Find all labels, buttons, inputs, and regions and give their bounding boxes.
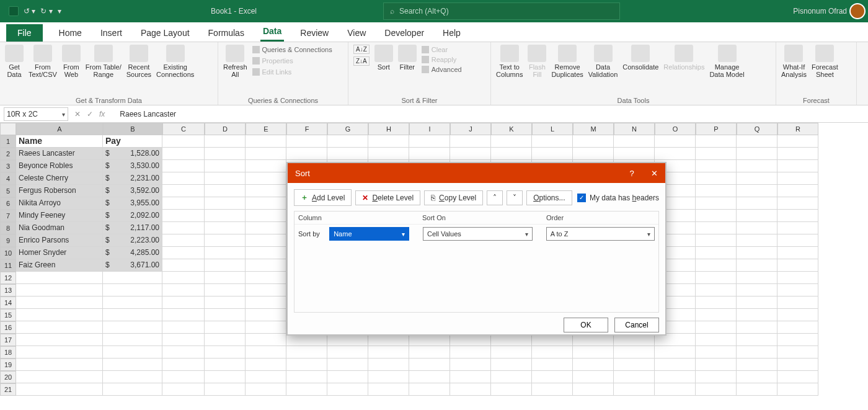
col-header-B[interactable]: B [103, 123, 162, 135]
cell[interactable]: Homer Snyder [16, 247, 103, 259]
cell[interactable] [737, 197, 777, 210]
cell[interactable] [655, 346, 696, 359]
cell[interactable] [246, 210, 286, 222]
cell[interactable] [737, 172, 777, 185]
cell[interactable] [491, 346, 532, 359]
cell[interactable] [16, 309, 103, 321]
my-data-has-headers-checkbox[interactable]: ✓ My data has headers [577, 194, 659, 202]
cell[interactable] [205, 359, 246, 371]
cell[interactable] [777, 172, 818, 185]
cell[interactable] [246, 309, 286, 321]
cell[interactable] [614, 359, 655, 371]
tab-file[interactable]: File [6, 24, 43, 42]
cell[interactable]: $3,530.00 [103, 160, 162, 172]
cell[interactable] [162, 234, 205, 247]
col-header-M[interactable]: M [573, 123, 614, 135]
cell[interactable] [162, 284, 205, 296]
cell[interactable] [450, 135, 491, 148]
cell[interactable] [737, 135, 777, 148]
cell[interactable] [696, 371, 737, 383]
cell[interactable]: Pay [103, 135, 162, 148]
cell[interactable] [696, 148, 737, 160]
cell[interactable]: Nikita Arroyo [16, 197, 103, 210]
cell[interactable] [368, 383, 409, 396]
cell[interactable]: $1,528.00 [103, 148, 162, 160]
redo-icon[interactable]: ↻ ▾ [40, 7, 52, 16]
text-to-button[interactable]: Text to Columns [496, 45, 523, 78]
cell[interactable] [409, 346, 450, 359]
cell[interactable] [205, 222, 246, 234]
cell[interactable] [777, 371, 818, 383]
cell[interactable] [286, 346, 327, 359]
cell[interactable] [368, 148, 409, 160]
cell[interactable] [532, 148, 573, 160]
cell[interactable] [696, 334, 737, 346]
col-header-P[interactable]: P [696, 123, 737, 135]
cell[interactable] [162, 272, 205, 284]
cell[interactable] [696, 172, 737, 185]
tab-developer[interactable]: Developer [382, 24, 427, 42]
cell[interactable] [777, 272, 818, 284]
cell[interactable] [737, 234, 777, 247]
cell[interactable] [205, 259, 246, 272]
cell[interactable] [491, 371, 532, 383]
cell[interactable] [696, 383, 737, 396]
row-header[interactable]: 7 [0, 210, 16, 222]
recent-button[interactable]: Recent Sources [126, 45, 151, 78]
cell[interactable] [737, 346, 777, 359]
col-header-A[interactable]: A [16, 123, 103, 135]
cell[interactable] [205, 272, 246, 284]
cell[interactable] [286, 371, 327, 383]
get-button[interactable]: Get Data [5, 45, 24, 78]
cell[interactable] [696, 272, 737, 284]
col-header-G[interactable]: G [327, 123, 368, 135]
cell[interactable]: $2,092.00 [103, 210, 162, 222]
cell[interactable] [327, 359, 368, 371]
cell[interactable] [737, 148, 777, 160]
cancel-formula-icon[interactable]: ✕ [74, 110, 81, 118]
cell[interactable] [573, 371, 614, 383]
sort-za-icon[interactable]: Z↓A [353, 56, 370, 66]
cell[interactable] [450, 371, 491, 383]
cell[interactable] [162, 309, 205, 321]
col-header-E[interactable]: E [246, 123, 286, 135]
tab-data[interactable]: Data [260, 22, 284, 42]
row-header[interactable]: 14 [0, 296, 16, 309]
cell[interactable] [409, 359, 450, 371]
sort-order-dropdown[interactable]: A to Z [546, 227, 655, 241]
cell[interactable] [532, 346, 573, 359]
cell[interactable] [205, 321, 246, 334]
cell[interactable] [368, 135, 409, 148]
cell[interactable] [737, 247, 777, 259]
tab-view[interactable]: View [345, 24, 368, 42]
cell[interactable] [777, 135, 818, 148]
advanced-button[interactable]: Advanced [422, 66, 462, 73]
cell[interactable] [368, 359, 409, 371]
cell[interactable] [162, 334, 205, 346]
cell[interactable] [777, 334, 818, 346]
cell[interactable] [205, 135, 246, 148]
cell[interactable] [532, 359, 573, 371]
cell[interactable] [205, 383, 246, 396]
cell[interactable] [103, 284, 162, 296]
data-button[interactable]: Data Validation [588, 45, 618, 78]
cell[interactable] [246, 334, 286, 346]
cell[interactable] [327, 383, 368, 396]
cell[interactable] [777, 346, 818, 359]
from-button[interactable]: From Text/CSV [29, 45, 57, 78]
row-header[interactable]: 6 [0, 197, 16, 210]
cell[interactable] [737, 334, 777, 346]
cell[interactable] [573, 359, 614, 371]
cell[interactable] [532, 383, 573, 396]
cell[interactable] [737, 259, 777, 272]
cell[interactable] [696, 296, 737, 309]
forecast-button[interactable]: Forecast Sheet [812, 45, 838, 78]
cell[interactable] [246, 197, 286, 210]
save-icon[interactable] [9, 6, 19, 16]
dialog-close-button[interactable]: ✕ [643, 163, 665, 183]
search-input[interactable]: ⌕ Search (Alt+Q) [383, 2, 620, 20]
cell[interactable] [409, 371, 450, 383]
cell[interactable] [205, 309, 246, 321]
cell[interactable] [696, 222, 737, 234]
cell[interactable] [246, 259, 286, 272]
